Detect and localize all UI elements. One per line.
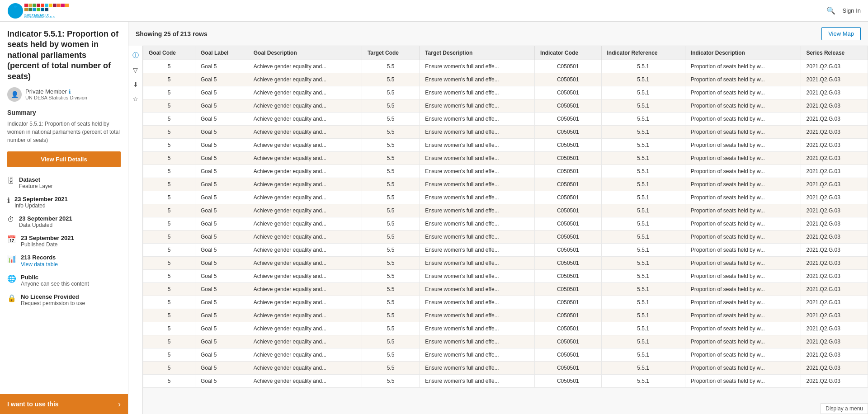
col-header-3[interactable]: Target Code: [362, 46, 419, 60]
cell-16-6: 5.5.1: [601, 270, 685, 283]
cell-2-4: Ensure women's full and effe...: [420, 86, 535, 99]
cell-20-2: Achieve gender equality and...: [248, 322, 362, 335]
col-header-7[interactable]: Indicator Description: [685, 46, 801, 60]
cell-8-1: Goal 5: [195, 165, 248, 178]
table-row: 5Goal 5Achieve gender equality and...5.5…: [143, 99, 868, 113]
cell-6-3: 5.5: [362, 139, 419, 152]
meta-link-4[interactable]: View data table: [21, 261, 58, 268]
cell-9-1: Goal 5: [195, 178, 248, 191]
table-body: 5Goal 5Achieve gender equality and...5.5…: [143, 60, 868, 388]
cell-12-1: Goal 5: [195, 217, 248, 231]
cell-11-6: 5.5.1: [601, 204, 685, 217]
cell-10-6: 5.5.1: [601, 191, 685, 204]
cell-6-4: Ensure women's full and effe...: [420, 139, 535, 152]
cell-14-6: 5.5.1: [601, 244, 685, 257]
top-nav: 🌐 SUSTAINABLE: [0, 0, 868, 22]
svg-rect-9: [53, 4, 57, 7]
meta-item-5: 🌐 Public Anyone can see this content: [7, 274, 121, 287]
col-header-2[interactable]: Goal Description: [248, 46, 362, 60]
cell-7-5: C050501: [535, 152, 601, 165]
cell-0-1: Goal 5: [195, 60, 248, 73]
cell-11-8: 2021.Q2.G.03: [801, 204, 868, 217]
meta-label-3: 23 September 2021: [21, 235, 74, 241]
table-row: 5Goal 5Achieve gender equality and...5.5…: [143, 152, 868, 165]
col-header-8[interactable]: Series Release: [801, 46, 868, 60]
cell-8-6: 5.5.1: [601, 165, 685, 178]
col-header-6[interactable]: Indicator Reference: [601, 46, 685, 60]
cell-6-8: 2021.Q2.G.03: [801, 139, 868, 152]
svg-rect-14: [28, 8, 32, 11]
cell-16-1: Goal 5: [195, 270, 248, 283]
svg-rect-7: [45, 4, 48, 7]
search-button[interactable]: 🔍: [826, 6, 835, 15]
meta-item-4: 📊 213 Records View data table: [7, 254, 121, 268]
cell-24-5: C050501: [535, 375, 601, 388]
download-toolbar-btn[interactable]: ⬇: [129, 78, 142, 91]
author-info-icon[interactable]: ℹ: [69, 89, 71, 95]
table-header-bar: Showing 25 of 213 rows View Map: [128, 22, 868, 46]
summary-text: Indicator 5.5.1: Proportion of seats hel…: [7, 120, 121, 144]
sign-in-button[interactable]: Sign In: [843, 7, 861, 14]
cell-5-0: 5: [143, 126, 195, 139]
cell-6-0: 5: [143, 139, 195, 152]
table-row: 5Goal 5Achieve gender equality and...5.5…: [143, 73, 868, 86]
meta-icon-6: 🔒: [7, 294, 16, 302]
cell-1-6: 5.5.1: [601, 73, 685, 86]
cell-17-1: Goal 5: [195, 283, 248, 296]
cell-21-7: Proportion of seats held by w...: [685, 335, 801, 348]
cell-3-4: Ensure women's full and effe...: [420, 99, 535, 113]
meta-icon-3: 📅: [7, 235, 16, 244]
view-map-button[interactable]: View Map: [821, 27, 861, 40]
cell-4-8: 2021.Q2.G.03: [801, 113, 868, 126]
meta-text-2: 23 September 2021 Data Updated: [19, 215, 72, 228]
meta-value-5: Anyone can see this content: [21, 281, 89, 287]
cell-21-5: C050501: [535, 335, 601, 348]
cell-9-0: 5: [143, 178, 195, 191]
col-header-5[interactable]: Indicator Code: [535, 46, 601, 60]
view-full-details-button[interactable]: View Full Details: [7, 151, 121, 167]
favorite-toolbar-btn[interactable]: ☆: [129, 93, 142, 105]
meta-item-3: 📅 23 September 2021 Published Date: [7, 235, 121, 248]
cell-17-7: Proportion of seats held by w...: [685, 283, 801, 296]
cell-6-6: 5.5.1: [601, 139, 685, 152]
cell-22-0: 5: [143, 348, 195, 362]
svg-rect-10: [57, 4, 61, 7]
col-header-1[interactable]: Goal Label: [195, 46, 248, 60]
sdg-logo: 🌐 SUSTAINABLE: [7, 3, 71, 19]
nav-right: 🔍 Sign In: [826, 6, 861, 15]
cell-24-6: 5.5.1: [601, 375, 685, 388]
cell-0-7: Proportion of seats held by w...: [685, 60, 801, 73]
col-header-4[interactable]: Target Description: [420, 46, 535, 60]
table-row: 5Goal 5Achieve gender equality and...5.5…: [143, 217, 868, 231]
cell-18-2: Achieve gender equality and...: [248, 296, 362, 309]
cell-2-5: C050501: [535, 86, 601, 99]
info-toolbar-btn[interactable]: ⓘ: [129, 49, 142, 62]
svg-rect-15: [33, 8, 36, 11]
table-row: 5Goal 5Achieve gender equality and...5.5…: [143, 165, 868, 178]
cell-15-5: C050501: [535, 257, 601, 270]
table-row: 5Goal 5Achieve gender equality and...5.5…: [143, 322, 868, 335]
cell-19-7: Proportion of seats held by w...: [685, 309, 801, 322]
cell-17-8: 2021.Q2.G.03: [801, 283, 868, 296]
rows-count: Showing 25 of 213 rows: [136, 30, 208, 38]
cell-9-3: 5.5: [362, 178, 419, 191]
table-scroll[interactable]: Goal CodeGoal LabelGoal DescriptionTarge…: [143, 46, 868, 414]
cell-12-6: 5.5.1: [601, 217, 685, 231]
cell-9-8: 2021.Q2.G.03: [801, 178, 868, 191]
cell-19-1: Goal 5: [195, 309, 248, 322]
col-header-0[interactable]: Goal Code: [143, 46, 195, 60]
bottom-cta[interactable]: I want to use this ›: [0, 394, 128, 414]
cell-17-0: 5: [143, 283, 195, 296]
table-row: 5Goal 5Achieve gender equality and...5.5…: [143, 283, 868, 296]
display-menu[interactable]: Display a menu: [821, 403, 868, 414]
cell-7-4: Ensure women's full and effe...: [420, 152, 535, 165]
cell-24-7: Proportion of seats held by w...: [685, 375, 801, 388]
cell-8-2: Achieve gender equality and...: [248, 165, 362, 178]
meta-icon-0: 🗄: [7, 177, 14, 185]
meta-value-6: Request permission to use: [21, 300, 85, 306]
cell-15-7: Proportion of seats held by w...: [685, 257, 801, 270]
cell-21-2: Achieve gender equality and...: [248, 335, 362, 348]
cell-10-4: Ensure women's full and effe...: [420, 191, 535, 204]
filter-toolbar-btn[interactable]: ▽: [129, 64, 142, 76]
cell-15-3: 5.5: [362, 257, 419, 270]
